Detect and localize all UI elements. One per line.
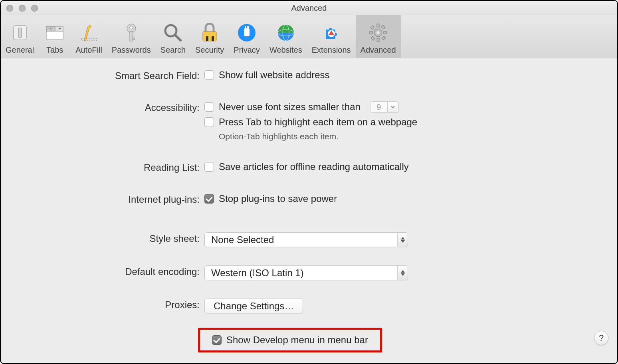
change-proxies-button-label: Change Settings… <box>214 301 294 312</box>
save-offline-label: Save articles for offline reading automa… <box>219 161 409 172</box>
stop-plugins-label: Stop plug-ins to save power <box>219 193 337 204</box>
reading-list-label: Reading List: <box>1 161 204 173</box>
develop-menu-highlight: Show Develop menu in menu bar <box>198 328 382 352</box>
svg-rect-1 <box>18 28 22 38</box>
svg-rect-12 <box>132 38 135 40</box>
save-offline-checkbox[interactable] <box>204 162 214 172</box>
svg-rect-32 <box>369 32 372 34</box>
style-sheet-label: Style sheet: <box>1 232 204 244</box>
titlebar: Advanced <box>1 1 617 15</box>
show-full-address-label: Show full website address <box>219 69 329 81</box>
tab-extensions[interactable]: Extensions <box>307 15 356 58</box>
internet-plugins-label: Internet plug-ins: <box>1 193 204 205</box>
help-icon: ? <box>599 333 604 343</box>
tab-security-label: Security <box>195 46 224 55</box>
show-develop-menu-checkbox[interactable] <box>212 335 222 345</box>
tab-highlight-checkbox[interactable] <box>204 117 214 127</box>
websites-icon <box>275 22 297 44</box>
style-sheet-popup[interactable]: None Selected <box>204 232 408 247</box>
general-icon <box>9 22 31 44</box>
svg-rect-19 <box>214 36 216 41</box>
passwords-icon <box>120 22 143 44</box>
default-encoding-value: Western (ISO Latin 1) <box>211 267 304 279</box>
chevron-down-icon <box>390 105 395 109</box>
tabs-icon: ×+ <box>44 22 66 44</box>
preferences-toolbar: General ×+ Tabs AutoFill Passwords Searc… <box>1 15 617 58</box>
svg-rect-22 <box>245 26 246 30</box>
search-icon <box>162 22 184 44</box>
tab-search[interactable]: Search <box>156 15 190 58</box>
svg-point-38 <box>376 31 380 34</box>
advanced-pane: Smart Search Field: Show full website ad… <box>1 58 617 352</box>
svg-rect-17 <box>203 36 206 41</box>
preferences-window: Advanced General ×+ Tabs AutoFill Passwo <box>0 0 618 364</box>
tab-websites[interactable]: Websites <box>265 15 307 58</box>
svg-point-10 <box>130 26 133 29</box>
svg-rect-33 <box>384 32 387 34</box>
tab-passwords[interactable]: Passwords <box>107 15 156 58</box>
svg-rect-36 <box>381 25 385 29</box>
extensions-icon <box>320 22 343 44</box>
svg-rect-2 <box>46 31 63 39</box>
tab-passwords-label: Passwords <box>112 46 151 55</box>
default-encoding-label: Default encoding: <box>1 265 204 277</box>
window-title: Advanced <box>1 4 617 13</box>
tab-advanced[interactable]: Advanced <box>356 15 401 58</box>
tab-highlight-hint: Option-Tab highlights each item. <box>219 132 417 141</box>
default-encoding-popup[interactable]: Western (ISO Latin 1) <box>204 265 408 280</box>
help-button[interactable]: ? <box>594 331 608 345</box>
svg-rect-30 <box>377 24 379 27</box>
svg-rect-34 <box>370 26 374 30</box>
svg-text:×: × <box>50 26 52 31</box>
autofill-icon <box>78 22 100 44</box>
svg-rect-23 <box>247 26 249 30</box>
svg-rect-8 <box>81 38 97 41</box>
accessibility-label: Accessibility: <box>1 101 204 113</box>
proxies-label: Proxies: <box>1 299 204 311</box>
tab-privacy-label: Privacy <box>234 46 260 55</box>
min-font-size-field[interactable]: 9 <box>370 101 388 113</box>
style-sheet-value: None Selected <box>211 234 274 245</box>
svg-rect-31 <box>377 38 379 42</box>
svg-line-14 <box>175 35 180 40</box>
tab-websites-label: Websites <box>269 46 302 55</box>
svg-rect-37 <box>371 36 375 40</box>
tab-general-label: General <box>6 46 34 55</box>
tab-privacy[interactable]: Privacy <box>229 15 265 58</box>
svg-text:+: + <box>59 26 61 31</box>
popup-stepper-icon <box>397 266 408 280</box>
popup-stepper-icon <box>397 233 408 247</box>
tab-advanced-label: Advanced <box>360 46 396 55</box>
svg-marker-7 <box>84 25 91 41</box>
tab-security[interactable]: Security <box>190 15 229 58</box>
change-proxies-button[interactable]: Change Settings… <box>204 299 303 313</box>
show-full-address-checkbox[interactable] <box>204 70 214 80</box>
svg-rect-18 <box>208 36 212 41</box>
tab-general[interactable]: General <box>1 15 39 58</box>
min-font-size-label: Never use font sizes smaller than <box>219 101 360 113</box>
smart-search-label: Smart Search Field: <box>1 69 204 81</box>
svg-rect-35 <box>382 36 386 40</box>
advanced-icon <box>367 22 389 44</box>
stop-plugins-checkbox[interactable] <box>204 194 214 204</box>
tab-tabs[interactable]: ×+ Tabs <box>39 15 71 58</box>
tab-extensions-label: Extensions <box>312 46 351 55</box>
min-font-size-checkbox[interactable] <box>204 102 214 112</box>
tab-highlight-label: Press Tab to highlight each item on a we… <box>219 117 417 128</box>
tab-autofill-label: AutoFill <box>75 46 102 55</box>
show-develop-menu-label: Show Develop menu in menu bar <box>226 334 368 346</box>
tab-autofill[interactable]: AutoFill <box>71 15 107 58</box>
security-icon <box>198 22 221 44</box>
tab-search-label: Search <box>160 46 186 55</box>
tab-tabs-label: Tabs <box>46 46 63 55</box>
min-font-size-stepper[interactable] <box>388 101 399 113</box>
privacy-icon <box>236 22 258 44</box>
